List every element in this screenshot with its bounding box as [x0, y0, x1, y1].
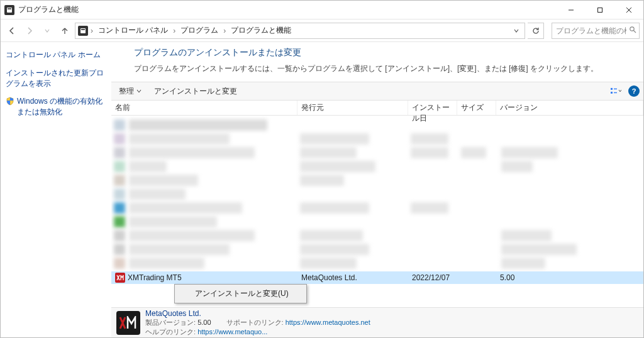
- page-title: プログラムのアンインストールまたは変更: [134, 47, 638, 58]
- forward-button[interactable]: [22, 23, 37, 38]
- chevron-right-icon: ›: [222, 26, 227, 35]
- details-pane: MetaQuotes Ltd. 製品バージョン: 5.00 サポートのリンク: …: [111, 307, 643, 337]
- svg-rect-3: [598, 8, 602, 12]
- row-date-cell: 2022/12/07: [408, 273, 457, 282]
- sidebar: コントロール パネル ホーム インストールされた更新プログラムを表示 Windo…: [1, 42, 111, 337]
- refresh-button[interactable]: [528, 23, 544, 39]
- xm-icon: [115, 273, 125, 283]
- context-menu-item-uninstall-change[interactable]: アンインストールと変更(U): [176, 286, 305, 302]
- sidebar-link-windows-features[interactable]: Windows の機能の有効化または無効化: [6, 96, 106, 117]
- content-body: コントロール パネル ホーム インストールされた更新プログラムを表示 Windo…: [1, 42, 643, 337]
- row-version-cell: 5.00: [496, 273, 643, 282]
- row-publisher-cell: MetaQuotes Ltd.: [297, 273, 408, 282]
- crumb-control-panel[interactable]: コントロール パネル: [96, 23, 170, 38]
- list-rows[interactable]: XMTrading MT5 MetaQuotes Ltd. 2022/12/07…: [111, 116, 643, 307]
- column-header-install-date[interactable]: インストール日: [408, 101, 457, 115]
- details-info: MetaQuotes Ltd. 製品バージョン: 5.00 サポートのリンク: …: [145, 309, 370, 337]
- up-button[interactable]: [57, 23, 72, 38]
- details-support-link[interactable]: https://www.metaquotes.net: [286, 319, 370, 326]
- maximize-button[interactable]: [586, 1, 614, 19]
- svg-line-9: [634, 31, 636, 33]
- column-header-publisher[interactable]: 発行元: [297, 101, 408, 115]
- window-title: プログラムと機能: [18, 4, 79, 15]
- main-pane: プログラムのアンインストールまたは変更 プログラムをアンインストールするには、一…: [111, 42, 643, 337]
- selected-program-row[interactable]: XMTrading MT5 MetaQuotes Ltd. 2022/12/07…: [111, 271, 643, 284]
- svg-rect-11: [611, 92, 613, 94]
- details-product-version: 5.00: [197, 319, 211, 326]
- heading-block: プログラムのアンインストールまたは変更 プログラムをアンインストールするには、一…: [111, 42, 643, 82]
- svg-point-8: [630, 27, 634, 31]
- recent-dropdown[interactable]: [40, 23, 55, 38]
- details-product-version-label: 製品バージョン:: [145, 319, 196, 326]
- search-input[interactable]: [555, 26, 628, 36]
- chevron-right-icon: ›: [172, 26, 177, 35]
- crumb-programs-features[interactable]: プログラムと機能: [228, 23, 294, 38]
- sidebar-link-installed-updates[interactable]: インストールされた更新プログラムを表示: [6, 68, 106, 89]
- column-header-version[interactable]: バージョン: [496, 101, 643, 115]
- context-menu: アンインストールと変更(U): [174, 284, 307, 303]
- svg-rect-1: [8, 8, 11, 9]
- path-icon: [78, 26, 88, 36]
- titlebar: プログラムと機能: [1, 1, 643, 19]
- app-icon: [4, 5, 14, 15]
- column-header-name[interactable]: 名前: [111, 101, 297, 115]
- svg-rect-7: [81, 29, 85, 30]
- view-options-button[interactable]: [608, 85, 623, 97]
- details-program-icon: [116, 311, 140, 335]
- back-button[interactable]: [4, 23, 19, 38]
- program-list: 名前 発行元 インストール日 サイズ バージョン: [111, 101, 643, 307]
- uninstall-change-button[interactable]: アンインストールと変更: [150, 85, 241, 98]
- command-toolbar: 整理 アンインストールと変更 ?: [111, 82, 643, 101]
- details-support-link-label: サポートのリンク:: [226, 319, 284, 326]
- crumb-programs[interactable]: プログラム: [178, 23, 221, 38]
- breadcrumb-path[interactable]: › コントロール パネル › プログラム › プログラムと機能: [75, 23, 525, 39]
- page-description: プログラムをアンインストールするには、一覧からプログラムを選択して [アンインス…: [134, 63, 638, 74]
- address-bar: › コントロール パネル › プログラム › プログラムと機能: [1, 19, 643, 42]
- close-button[interactable]: [614, 1, 643, 19]
- search-icon: [629, 26, 636, 35]
- details-publisher: MetaQuotes Ltd.: [145, 309, 370, 318]
- list-header: 名前 発行元 インストール日 サイズ バージョン: [111, 101, 643, 116]
- minimize-button[interactable]: [557, 1, 586, 19]
- organize-button[interactable]: 整理: [115, 85, 145, 98]
- programs-and-features-window: プログラムと機能 › コントロール パネル › プログラム › プログラムと機能: [0, 0, 644, 338]
- sidebar-link-cp-home[interactable]: コントロール パネル ホーム: [6, 50, 106, 60]
- search-box[interactable]: [552, 23, 640, 39]
- details-help-link-label: ヘルプのリンク:: [145, 328, 196, 335]
- chevron-right-icon: ›: [89, 26, 94, 35]
- details-help-link[interactable]: https://www.metaquo...: [197, 328, 267, 335]
- help-button[interactable]: ?: [628, 85, 640, 97]
- svg-rect-10: [611, 88, 613, 90]
- sidebar-link-label: Windows の機能の有効化または無効化: [17, 96, 106, 117]
- shield-icon: [6, 97, 14, 106]
- row-name-cell: XMTrading MT5: [111, 273, 297, 283]
- column-header-size[interactable]: サイズ: [457, 101, 496, 115]
- path-dropdown-icon[interactable]: [511, 28, 522, 34]
